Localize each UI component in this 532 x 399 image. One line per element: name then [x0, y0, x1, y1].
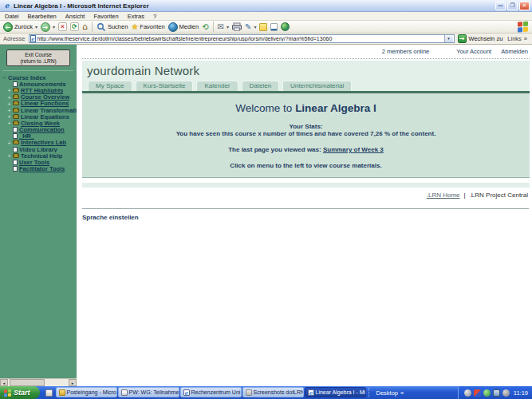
expand-icon[interactable] [7, 120, 11, 125]
stop-icon: ✕ [58, 22, 67, 31]
site-title: yourdomain Network [82, 64, 530, 77]
menu-bearbeiten[interactable]: Bearbeiten [28, 13, 57, 20]
close-button[interactable]: ✕ [519, 2, 530, 10]
your-account-link[interactable]: Your Account [456, 48, 491, 55]
toolbar-drag-handle[interactable] [368, 388, 372, 397]
task-screenshots-dotlrn[interactable]: Screenshots dotLRN... [242, 387, 304, 397]
tray-icon-volume[interactable] [502, 389, 510, 397]
tab-my-space[interactable]: My Space [88, 81, 132, 91]
media-button[interactable]: Medien [168, 22, 199, 33]
course-name: Linear Algebra I [295, 102, 376, 114]
task-rechenzentrum[interactable]: e Rechenzentrum Uni K... [180, 387, 242, 397]
tree-item-facilitator-tools[interactable]: Facilitator Tools [0, 166, 77, 172]
sidebar-horizontal-scrollbar[interactable]: ◂ ▸ [0, 378, 77, 386]
go-button[interactable]: → Wechseln zu [458, 34, 503, 43]
expand-icon[interactable] [7, 153, 11, 158]
tree-item-interactives-lab[interactable]: Interactives Lab [0, 140, 77, 146]
tab-kurs-startseite[interactable]: Kurs-Startseite [136, 81, 194, 91]
refresh-button[interactable]: ⟳ [70, 22, 79, 33]
scroll-right-icon[interactable]: ▸ [69, 379, 77, 386]
tree-item-closing-week[interactable]: Closing Week [0, 120, 77, 126]
scrollbar-thumb[interactable] [10, 379, 45, 386]
tab-kalender[interactable]: Kalender [196, 81, 238, 91]
mail-button[interactable]: ✉ [218, 22, 229, 33]
desktop-toolbar[interactable]: Desktop [373, 386, 408, 399]
quick-launch-button[interactable] [43, 386, 56, 399]
lrn-home-link[interactable]: .LRN Home [427, 192, 460, 199]
lrn-project-central-link[interactable]: .LRN Project Central [470, 192, 528, 199]
menu-ansicht[interactable]: Ansicht [65, 13, 85, 20]
summary-of-week-link[interactable]: Summary of Week 3 [323, 146, 384, 153]
address-input[interactable] [37, 36, 443, 41]
menu-bar: Datei Bearbeiten Ansicht Favoriten Extra… [0, 12, 532, 21]
back-icon: ← [3, 22, 13, 32]
edit-button[interactable]: ✎ [245, 22, 256, 33]
collapse-icon[interactable] [2, 75, 6, 80]
envelope-icon [121, 389, 128, 396]
expand-icon[interactable] [7, 140, 11, 145]
course-index-tree: Course Index Announcements RTT Highlight… [0, 74, 77, 172]
menu-datei[interactable]: Datei [5, 13, 19, 20]
start-button[interactable]: Start [0, 386, 40, 399]
task-linear-algebra-active[interactable]: e Linear Algebra I - Mic... [305, 387, 366, 397]
expand-icon[interactable] [7, 101, 11, 106]
tree-item-video-library[interactable]: Video Library [0, 146, 77, 152]
discuss-button[interactable] [270, 22, 278, 33]
tray-icon-messenger[interactable] [483, 389, 491, 397]
scroll-left-icon[interactable]: ◂ [0, 379, 8, 386]
links-toolbar[interactable]: Links [507, 35, 527, 42]
tree-item-linear-functions[interactable]: Linear Functions [0, 101, 77, 107]
set-language-link[interactable]: Sprache einstellen [82, 214, 530, 221]
expand-icon[interactable] [7, 114, 11, 119]
print-button[interactable] [232, 22, 242, 33]
history-button[interactable]: ⟲ [202, 22, 208, 33]
messenger-button[interactable] [281, 22, 290, 33]
task-pw-wg-teilnahme[interactable]: PW: WG: Teilnahme v... [118, 387, 179, 397]
taskbar: Start Posteingang - Micros... PW: WG: Te… [0, 386, 532, 399]
expand-icon[interactable] [7, 95, 11, 100]
tree-item-user-tools[interactable]: User Tools [0, 159, 77, 165]
minimize-button[interactable]: — [495, 2, 506, 10]
logout-link[interactable]: Abmelden [501, 48, 528, 55]
favorites-button[interactable]: ★ Favoriten [131, 22, 164, 33]
tree-item-communication[interactable]: Communication [0, 127, 77, 133]
tree-item-announcements[interactable]: Announcements [0, 81, 77, 87]
expand-icon[interactable] [7, 108, 11, 113]
tree-item-linear-equations[interactable]: Linear Equations [0, 113, 77, 120]
stop-button[interactable]: ✕ [58, 22, 67, 33]
tray-icon-display[interactable] [493, 389, 500, 397]
tray-icon-app-red[interactable] [474, 389, 481, 397]
last-page-prefix: The last page you viewed was: [228, 146, 323, 153]
notes-button[interactable] [259, 22, 267, 33]
expand-icon[interactable] [7, 88, 11, 93]
menu-hilfe[interactable]: ? [153, 13, 156, 20]
tray-icon-clock[interactable] [464, 389, 471, 397]
tab-unterrichtsmaterial[interactable]: Unterrichtsmaterial [282, 81, 352, 91]
menu-favoriten[interactable]: Favoriten [93, 13, 118, 20]
restore-button[interactable]: ❐ [507, 2, 518, 10]
back-button[interactable]: ← Zurück [3, 22, 37, 33]
home-button[interactable]: ⌂ [82, 22, 88, 33]
tree-item-course-overview[interactable]: Course Overview [0, 94, 77, 101]
search-label: Suchen [108, 23, 128, 30]
menu-extras[interactable]: Extras [128, 13, 144, 20]
window-icon [246, 389, 252, 396]
task-posteingang[interactable]: Posteingang - Micros... [56, 387, 117, 397]
address-dropdown-icon[interactable]: ▾ [444, 35, 453, 42]
tree-item-linear-transformations[interactable]: Linear Transformations [0, 107, 77, 113]
tree-root-label[interactable]: Course Index [8, 74, 46, 81]
tree-item-rtt-highlights[interactable]: RTT Highlights [0, 87, 77, 93]
forward-button[interactable]: → [41, 22, 55, 33]
edit-pencil-icon: ✎ [245, 22, 251, 32]
go-arrow-icon: → [458, 34, 467, 43]
forward-icon: → [41, 22, 50, 32]
tree-item-hr[interactable]: _HR_ [0, 133, 77, 140]
search-button[interactable]: Suchen [97, 22, 128, 33]
tab-dateien[interactable]: Dateien [242, 81, 280, 91]
back-label: Zurück [14, 23, 33, 30]
exit-course-button[interactable]: Exit Course (return to .LRN) [6, 49, 70, 66]
search-icon [97, 22, 106, 32]
tree-item-technical-help[interactable]: Technical Help [0, 152, 77, 159]
tree-root-course-index[interactable]: Course Index [0, 74, 77, 81]
scrollbar-track[interactable] [8, 379, 69, 386]
